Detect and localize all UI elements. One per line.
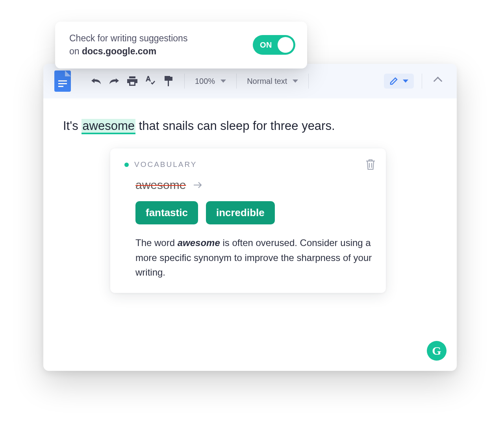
- suggestion-card: VOCABULARY awesome fantastic incredible: [110, 148, 386, 293]
- suggestion-explanation: The word awesome is often overused. Cons…: [135, 235, 373, 280]
- paint-format-button[interactable]: [161, 73, 176, 89]
- highlighted-word[interactable]: awesome: [82, 119, 135, 134]
- editing-mode-button[interactable]: [384, 74, 414, 89]
- paint-format-icon: [164, 76, 173, 86]
- redo-button[interactable]: [106, 73, 122, 89]
- zoom-dropdown[interactable]: 100%: [193, 77, 228, 86]
- replacement-chips: fantastic incredible: [135, 201, 373, 224]
- suggestion-category: VOCABULARY: [134, 160, 197, 169]
- docs-window: 100% Normal text It's awesome that sn: [43, 64, 457, 371]
- replacement-chip[interactable]: fantastic: [135, 201, 198, 224]
- toolbar-separator: [422, 74, 422, 89]
- extension-popup: Check for writing suggestions on docs.go…: [55, 22, 307, 69]
- chevron-up-icon: [434, 77, 443, 86]
- toggle-on-label: ON: [260, 41, 272, 50]
- collapse-toolbar-button[interactable]: [430, 73, 446, 89]
- pencil-icon: [389, 77, 398, 85]
- grammarly-g-icon: G: [432, 344, 441, 357]
- original-word-row: awesome: [135, 178, 373, 192]
- suggestions-toggle[interactable]: ON: [253, 35, 295, 55]
- grammarly-badge-button[interactable]: G: [427, 341, 447, 361]
- arrow-right-icon: [193, 181, 202, 189]
- google-docs-logo-icon[interactable]: [54, 70, 71, 92]
- document-body[interactable]: It's awesome that snails can sleep for t…: [43, 98, 457, 293]
- toolbar-separator: [236, 74, 237, 89]
- print-button[interactable]: [124, 73, 140, 89]
- spellcheck-button[interactable]: [143, 73, 158, 89]
- ext-line1: Check for writing suggestions: [69, 33, 187, 43]
- ext-domain: docs.google.com: [82, 46, 156, 56]
- emphasized-word: awesome: [178, 237, 220, 248]
- redo-icon: [109, 77, 120, 85]
- card-header: VOCABULARY: [124, 160, 373, 169]
- original-word: awesome: [135, 178, 186, 192]
- sentence-pre: It's: [63, 119, 82, 133]
- dismiss-suggestion-button[interactable]: [365, 159, 376, 170]
- print-icon: [127, 76, 137, 86]
- chevron-down-icon: [293, 80, 298, 83]
- zoom-value: 100%: [195, 77, 215, 86]
- undo-icon: [91, 77, 102, 85]
- toolbar-separator: [184, 74, 185, 89]
- docs-toolbar: 100% Normal text: [43, 64, 457, 98]
- extension-text: Check for writing suggestions on docs.go…: [69, 32, 187, 58]
- spellcheck-icon: [145, 76, 156, 86]
- sentence-post: that snails can sleep for three years.: [135, 119, 335, 133]
- style-value: Normal text: [247, 77, 287, 86]
- undo-button[interactable]: [88, 73, 104, 89]
- style-dropdown[interactable]: Normal text: [245, 77, 300, 86]
- chevron-down-icon: [220, 80, 226, 83]
- ext-line2-prefix: on: [69, 46, 82, 56]
- trash-icon: [365, 159, 376, 170]
- toolbar-separator: [308, 74, 309, 89]
- document-sentence[interactable]: It's awesome that snails can sleep for t…: [63, 117, 437, 134]
- toggle-knob: [278, 37, 293, 53]
- replacement-chip[interactable]: incredible: [206, 201, 275, 224]
- category-dot-icon: [124, 163, 129, 167]
- chevron-down-icon: [403, 80, 408, 83]
